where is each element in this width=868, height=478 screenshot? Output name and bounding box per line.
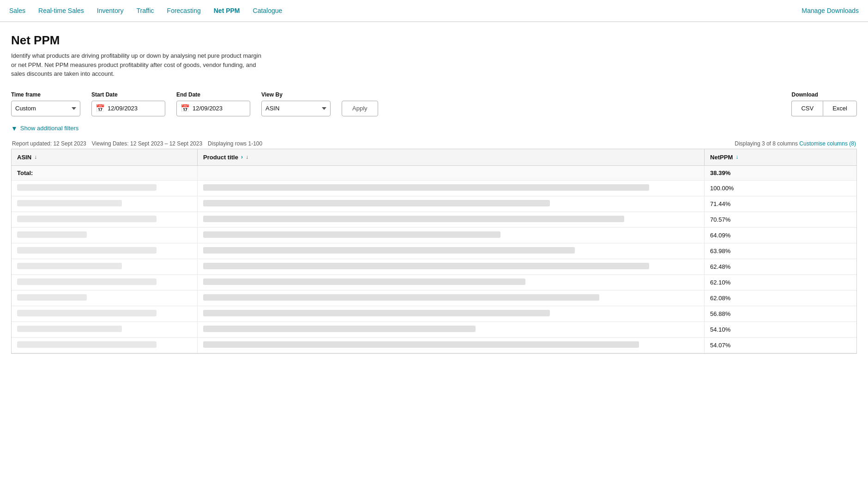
- start-date-filter: Start Date 📅: [91, 91, 165, 116]
- end-date-label: End Date: [176, 91, 250, 98]
- blurred-asin: [17, 326, 122, 332]
- cell-asin: [12, 259, 198, 274]
- blurred-asin: [17, 200, 122, 206]
- columns-info-right: Displaying 3 of 8 columns Customise colu…: [735, 140, 856, 147]
- table-total-row: Total: 38.39%: [12, 165, 856, 180]
- funnel-icon: ▼: [11, 125, 18, 132]
- cell-product: [198, 290, 705, 306]
- data-table: ASIN ↓ Product title › ↓ NetPPM: [12, 149, 856, 353]
- table-header-row: ASIN ↓ Product title › ↓ NetPPM: [12, 149, 856, 166]
- product-title-chevron-icon[interactable]: ›: [241, 154, 243, 160]
- table-row: 54.07%: [12, 337, 856, 353]
- end-date-wrapper: 📅: [176, 101, 250, 116]
- nav-item-forecasting[interactable]: Forecasting: [167, 7, 201, 14]
- th-product-title-label: Product title: [203, 154, 238, 161]
- blurred-product: [203, 310, 550, 316]
- blurred-product: [203, 294, 599, 301]
- th-product-title: Product title › ↓: [198, 149, 705, 166]
- nav-items: Sales Real-time Sales Inventory Traffic …: [9, 7, 802, 14]
- table-row: 62.10%: [12, 274, 856, 290]
- total-netppm: 38.39%: [705, 165, 856, 180]
- top-navigation: Sales Real-time Sales Inventory Traffic …: [0, 0, 868, 22]
- blurred-asin: [17, 294, 87, 301]
- download-buttons: CSV Excel: [791, 101, 857, 116]
- cell-netppm: 62.48%: [705, 259, 856, 274]
- table-row: 64.09%: [12, 227, 856, 243]
- blurred-product: [203, 200, 550, 206]
- cell-asin: [12, 212, 198, 227]
- blurred-product: [203, 247, 575, 254]
- table-row: 100.00%: [12, 180, 856, 196]
- csv-download-button[interactable]: CSV: [791, 101, 823, 116]
- cell-product: [198, 306, 705, 321]
- excel-download-button[interactable]: Excel: [823, 101, 857, 116]
- blurred-asin: [17, 263, 122, 269]
- download-label: Download: [791, 91, 857, 98]
- total-product: [198, 165, 705, 180]
- cell-netppm: 54.07%: [705, 337, 856, 353]
- asin-sort-icon[interactable]: ↓: [34, 154, 37, 160]
- blurred-asin: [17, 310, 157, 316]
- th-netppm-label: NetPPM: [710, 154, 733, 161]
- end-date-filter: End Date 📅: [176, 91, 250, 116]
- table-row: 71.44%: [12, 196, 856, 212]
- blurred-asin: [17, 231, 87, 238]
- netppm-sort-icon[interactable]: ↓: [735, 154, 738, 160]
- nav-item-catalogue[interactable]: Catalogue: [253, 7, 283, 14]
- cell-asin: [12, 306, 198, 321]
- manage-downloads-link[interactable]: Manage Downloads: [802, 7, 859, 14]
- cell-netppm: 62.10%: [705, 274, 856, 290]
- cell-product: [198, 321, 705, 337]
- table-row: 62.08%: [12, 290, 856, 306]
- blurred-asin: [17, 247, 157, 254]
- cell-netppm: 54.10%: [705, 321, 856, 337]
- additional-filters-label: Show additional filters: [20, 125, 78, 132]
- total-label: Total:: [12, 165, 198, 180]
- cell-netppm: 70.57%: [705, 212, 856, 227]
- nav-item-netppm[interactable]: Net PPM: [214, 7, 240, 14]
- blurred-product: [203, 341, 639, 348]
- timeframe-select[interactable]: Custom Last 7 days Last 30 days Last 90 …: [11, 101, 80, 116]
- nav-item-sales[interactable]: Sales: [9, 7, 25, 14]
- cell-netppm: 100.00%: [705, 180, 856, 196]
- page-content: Net PPM Identify what products are drivi…: [0, 22, 868, 354]
- start-date-label: Start Date: [91, 91, 165, 98]
- nav-item-inventory[interactable]: Inventory: [97, 7, 124, 14]
- cell-product: [198, 337, 705, 353]
- displaying-rows: Displaying rows 1-100: [208, 140, 262, 147]
- cell-asin: [12, 321, 198, 337]
- timeframe-label: Time frame: [11, 91, 80, 98]
- report-info-left: Report updated: 12 Sept 2023 Viewing Dat…: [12, 140, 262, 147]
- view-by-label: View By: [261, 91, 331, 98]
- start-date-wrapper: 📅: [91, 101, 165, 116]
- table-row: 56.88%: [12, 306, 856, 321]
- start-date-calendar-icon[interactable]: 📅: [96, 104, 105, 113]
- apply-button[interactable]: Apply: [342, 101, 378, 116]
- th-netppm: NetPPM ↓: [705, 149, 856, 166]
- table-row: 70.57%: [12, 212, 856, 227]
- nav-item-realtime-sales[interactable]: Real-time Sales: [38, 7, 84, 14]
- blurred-product: [203, 326, 476, 332]
- blurred-product: [203, 184, 649, 191]
- cell-product: [198, 243, 705, 259]
- show-additional-filters[interactable]: ▼ Show additional filters: [11, 125, 857, 132]
- nav-item-traffic[interactable]: Traffic: [136, 7, 154, 14]
- customise-columns-link[interactable]: Customise columns (8): [799, 140, 856, 147]
- end-date-input[interactable]: [193, 105, 234, 112]
- view-by-select[interactable]: ASIN Brand Category: [261, 101, 331, 116]
- cell-product: [198, 227, 705, 243]
- th-asin: ASIN ↓: [12, 149, 198, 166]
- blurred-asin: [17, 216, 157, 222]
- timeframe-filter: Time frame Custom Last 7 days Last 30 da…: [11, 91, 80, 116]
- start-date-input[interactable]: [108, 105, 149, 112]
- columns-info-text: Displaying 3 of 8 columns: [735, 140, 798, 147]
- cell-netppm: 71.44%: [705, 196, 856, 212]
- table-row: 63.98%: [12, 243, 856, 259]
- cell-product: [198, 259, 705, 274]
- view-by-filter: View By ASIN Brand Category: [261, 91, 331, 116]
- blurred-product: [203, 216, 624, 222]
- table-row: 54.10%: [12, 321, 856, 337]
- cell-netppm: 62.08%: [705, 290, 856, 306]
- product-title-sort-icon[interactable]: ↓: [246, 154, 248, 160]
- end-date-calendar-icon[interactable]: 📅: [181, 104, 190, 113]
